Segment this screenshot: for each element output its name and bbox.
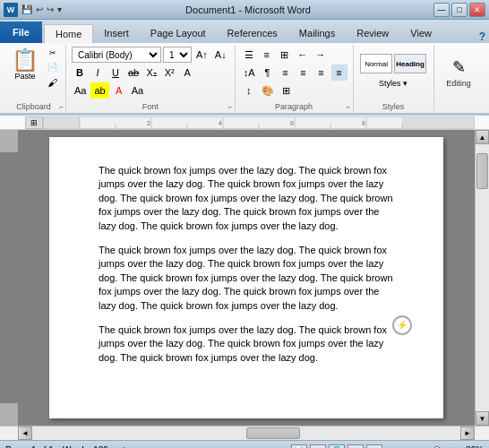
normal-style[interactable]: Normal bbox=[360, 54, 392, 73]
horizontal-scrollbar-area: ◄ ► bbox=[0, 426, 489, 440]
customize-qa-btn[interactable]: ▾ bbox=[56, 4, 63, 15]
styles-row2: Styles ▾ bbox=[360, 75, 427, 91]
text-effects-button[interactable]: A bbox=[179, 65, 195, 81]
shading-button[interactable]: 🎨 bbox=[259, 82, 277, 99]
tab-home[interactable]: Home bbox=[44, 24, 93, 44]
tab-insert[interactable]: Insert bbox=[93, 23, 140, 43]
outline-view[interactable]: ≡ bbox=[347, 444, 364, 449]
multilevel-list-button[interactable]: ⊞ bbox=[277, 47, 293, 63]
change-case-button[interactable]: Aa bbox=[129, 82, 146, 99]
ribbon-group-styles: Normal Heading Styles ▾ Styles bbox=[354, 45, 434, 113]
italic-button[interactable]: I bbox=[90, 65, 106, 81]
scroll-track[interactable] bbox=[476, 144, 489, 411]
scroll-up-button[interactable]: ▲ bbox=[476, 130, 489, 144]
subscript-button[interactable]: X₂ bbox=[143, 65, 159, 81]
svg-text:8: 8 bbox=[362, 120, 365, 126]
ribbon-content: 📋 Paste ✂ 📄 🖌 Clipboard ⌐ Calibri (Body) bbox=[0, 43, 489, 115]
scroll-thumb[interactable] bbox=[476, 153, 488, 189]
vertical-scrollbar[interactable]: ▲ ▼ bbox=[475, 130, 489, 426]
font-size-select[interactable]: 11 bbox=[163, 47, 192, 63]
close-button[interactable]: ✕ bbox=[469, 3, 485, 17]
print-layout-view[interactable]: 📄 bbox=[291, 444, 307, 449]
styles-row1: Normal Heading bbox=[360, 54, 426, 73]
highlight-button[interactable]: ab bbox=[90, 82, 108, 99]
superscript-button[interactable]: X² bbox=[161, 65, 177, 81]
clipboard-label: Clipboard bbox=[2, 102, 65, 111]
paragraph-3: The quick brown fox jumps over the lazy … bbox=[99, 323, 394, 365]
cut-button[interactable]: ✂ bbox=[45, 47, 60, 59]
bullets-button[interactable]: ☰ bbox=[241, 47, 257, 63]
font-format-row: B I U ab X₂ X² A bbox=[72, 65, 195, 81]
hscroll-right-spacer bbox=[475, 426, 489, 440]
tab-mailings[interactable]: Mailings bbox=[288, 23, 346, 43]
paragraph-2: The quick brown fox jumps over the lazy … bbox=[99, 244, 394, 313]
hscroll-thumb[interactable] bbox=[246, 427, 300, 439]
draft-view[interactable]: ≈ bbox=[366, 444, 382, 449]
styles-more-button[interactable]: Styles ▾ bbox=[360, 75, 427, 91]
bold-button[interactable]: B bbox=[72, 65, 88, 81]
numbering-button[interactable]: ≡ bbox=[259, 47, 275, 63]
align-center-button[interactable]: ≡ bbox=[296, 65, 312, 81]
svg-rect-2 bbox=[402, 116, 474, 129]
paste-icon: 📋 bbox=[12, 49, 39, 71]
document-scroll-area[interactable]: The quick brown fox jumps over the lazy … bbox=[18, 130, 475, 426]
grow-font-button[interactable]: A↑ bbox=[193, 47, 210, 63]
scroll-down-button[interactable]: ▼ bbox=[476, 411, 489, 426]
align-right-button[interactable]: ≡ bbox=[313, 65, 330, 81]
hscroll-right-button[interactable]: ► bbox=[460, 426, 475, 440]
web-layout-view[interactable]: 🌐 bbox=[329, 444, 345, 449]
font-name-select[interactable]: Calibri (Body) bbox=[72, 47, 161, 63]
paste-label: Paste bbox=[14, 72, 35, 81]
underline-button[interactable]: U bbox=[107, 65, 124, 81]
paste-button[interactable]: 📋 Paste bbox=[7, 47, 43, 83]
show-marks-button[interactable]: ¶ bbox=[260, 65, 276, 81]
decrease-indent-button[interactable]: ← bbox=[295, 47, 311, 63]
tab-file[interactable]: File bbox=[0, 22, 42, 43]
tab-page-layout[interactable]: Page Layout bbox=[140, 23, 217, 43]
window-title: Document1 - Microsoft Word bbox=[63, 4, 433, 15]
font-color-button[interactable]: A bbox=[111, 82, 127, 99]
format-painter-button[interactable]: 🖌 bbox=[45, 75, 60, 90]
clear-format-button[interactable]: Aa bbox=[72, 82, 89, 99]
save-quick-btn[interactable]: 💾 bbox=[21, 4, 33, 15]
statusbar: Page: 1 of 1 Words: 189 ✓ 📄 📖 🌐 ≡ ≈ − + … bbox=[0, 440, 489, 448]
tab-references[interactable]: References bbox=[217, 23, 288, 43]
strikethrough-button[interactable]: ab bbox=[125, 65, 142, 81]
increase-indent-button[interactable]: → bbox=[313, 47, 329, 63]
svg-text:6: 6 bbox=[290, 120, 294, 126]
spell-check-icon[interactable]: ✓ bbox=[117, 444, 126, 449]
undo-quick-btn[interactable]: ↩ bbox=[35, 4, 44, 15]
ribbon-tabs: File Home Insert Page Layout References … bbox=[0, 20, 489, 43]
maximize-button[interactable]: □ bbox=[451, 3, 468, 17]
justify-button[interactable]: ≡ bbox=[331, 65, 347, 81]
sort-button[interactable]: ↕A bbox=[241, 65, 258, 81]
tab-view[interactable]: View bbox=[399, 23, 442, 43]
paragraph-row3: ↕ 🎨 ⊞ bbox=[241, 82, 295, 99]
tab-review[interactable]: Review bbox=[346, 23, 399, 43]
document-page[interactable]: The quick brown fox jumps over the lazy … bbox=[49, 137, 443, 418]
full-reading-view[interactable]: 📖 bbox=[310, 444, 326, 449]
help-button[interactable]: ? bbox=[479, 30, 485, 43]
copy-button[interactable]: 📄 bbox=[45, 61, 60, 73]
heading1-style[interactable]: Heading bbox=[394, 54, 426, 73]
editing-icon[interactable]: ✎ bbox=[452, 57, 466, 77]
paragraph-label: Paragraph bbox=[236, 102, 353, 111]
font-dialog-launcher[interactable]: ⌐ bbox=[228, 103, 233, 111]
hscroll-left-button[interactable]: ◄ bbox=[18, 426, 32, 440]
hscroll-track[interactable] bbox=[32, 426, 460, 440]
styles-label: Styles bbox=[354, 102, 433, 111]
horizontal-ruler: 2 4 6 8 bbox=[43, 116, 475, 129]
titlebar: W 💾 ↩ ↪ ▾ Document1 - Microsoft Word — □… bbox=[0, 0, 489, 20]
ribbon-group-clipboard: 📋 Paste ✂ 📄 🖌 Clipboard ⌐ bbox=[2, 45, 66, 113]
statusbar-left: Page: 1 of 1 Words: 189 ✓ bbox=[5, 444, 126, 449]
svg-rect-18 bbox=[0, 130, 18, 152]
paragraph-dialog-launcher[interactable]: ⌐ bbox=[347, 103, 351, 111]
borders-button[interactable]: ⊞ bbox=[279, 82, 295, 99]
line-spacing-button[interactable]: ↕ bbox=[241, 82, 257, 99]
redo-quick-btn[interactable]: ↪ bbox=[46, 4, 55, 15]
styles-gallery: Normal Heading Styles ▾ bbox=[360, 54, 427, 91]
minimize-button[interactable]: — bbox=[433, 3, 450, 17]
align-left-button[interactable]: ≡ bbox=[278, 65, 294, 81]
shrink-font-button[interactable]: A↓ bbox=[212, 47, 229, 63]
clipboard-dialog-launcher[interactable]: ⌐ bbox=[59, 103, 64, 111]
